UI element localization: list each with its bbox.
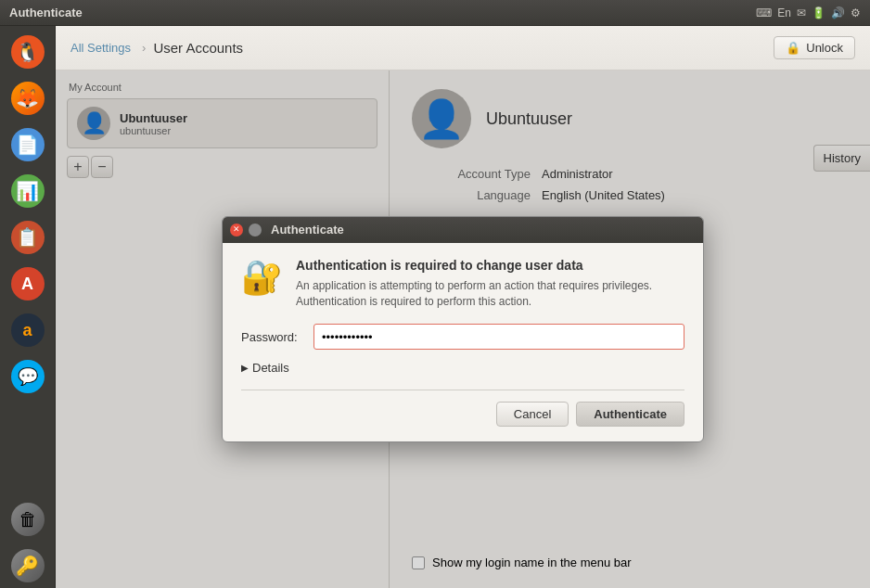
impress-icon: 📋	[11, 221, 45, 254]
trash-icon: 🗑	[11, 503, 45, 536]
password-input[interactable]	[313, 324, 684, 350]
dialog-main-row: 🔐 Authentication is required to change u…	[241, 258, 684, 310]
sidebar-item-skype[interactable]: 💬	[6, 354, 50, 399]
title-bar: Authenticate ⌨ En ✉ 🔋 🔊 ⚙	[0, 0, 870, 26]
details-row[interactable]: ▶ Details	[241, 361, 684, 375]
dialog-overlay: ✕ Authenticate 🔐 Authentication is requi…	[56, 70, 870, 588]
content-area: All Settings › User Accounts 🔒 Unlock My…	[56, 26, 870, 588]
close-icon: ✕	[233, 225, 240, 234]
sidebar: 🐧 🦊 📄 📊 📋 A a 💬 🗑 🔑	[0, 26, 56, 588]
skype-icon: 💬	[11, 360, 45, 393]
details-arrow-icon: ▶	[241, 363, 249, 373]
dialog-titlebar: ✕ Authenticate	[223, 217, 703, 243]
unlock-label: Unlock	[806, 41, 843, 55]
main-layout: 🐧 🦊 📄 📊 📋 A a 💬 🗑 🔑	[0, 26, 870, 588]
firefox-icon: 🦊	[11, 82, 45, 115]
authenticate-button[interactable]: Authenticate	[576, 402, 684, 427]
ubuntu-icon: 🐧	[11, 35, 45, 69]
sidebar-item-firefox[interactable]: 🦊	[6, 76, 50, 121]
sidebar-item-impress[interactable]: 📋	[6, 215, 50, 260]
details-label: Details	[252, 361, 289, 375]
all-settings-link[interactable]: All Settings	[70, 41, 138, 55]
sidebar-item-font[interactable]: A	[6, 262, 50, 306]
system-tray: ⌨ En ✉ 🔋 🔊 ⚙	[756, 6, 861, 19]
sidebar-item-amazon[interactable]: a	[6, 308, 50, 352]
lock-icon: 🔒	[786, 41, 800, 55]
password-row: Password:	[241, 324, 684, 350]
volume-icon: 🔊	[831, 6, 845, 19]
top-bar: All Settings › User Accounts 🔒 Unlock	[56, 26, 870, 70]
dialog-body: 🔐 Authentication is required to change u…	[223, 243, 703, 442]
dialog-buttons: Cancel Authenticate	[241, 390, 684, 427]
cancel-button[interactable]: Cancel	[496, 402, 569, 427]
window-title: Authenticate	[9, 6, 83, 19]
settings-icon: ⚙	[851, 6, 861, 19]
calc-icon: 📊	[11, 174, 45, 208]
dialog-description: An application is attempting to perform …	[296, 278, 684, 310]
page-title: User Accounts	[149, 40, 243, 56]
dialog-minimize-button[interactable]	[249, 224, 262, 236]
dialog-heading: Authentication is required to change use…	[296, 258, 684, 273]
main-content: My Account 👤 Ubuntuuser ubuntuuser + − 👤	[56, 70, 870, 588]
amazon-icon: a	[11, 313, 45, 347]
sidebar-item-trash[interactable]: 🗑	[6, 497, 50, 542]
dialog-close-button[interactable]: ✕	[230, 224, 243, 236]
dialog-key-icon: 🔐	[241, 258, 283, 310]
breadcrumb-separator: ›	[142, 41, 146, 55]
en-lang-icon: En	[777, 6, 791, 19]
keys-icon: 🔑	[11, 549, 45, 582]
password-label: Password:	[241, 330, 306, 344]
documents-icon: 📄	[11, 128, 45, 161]
auth-dialog: ✕ Authenticate 🔐 Authentication is requi…	[222, 216, 704, 443]
dialog-title: Authenticate	[271, 223, 344, 236]
mail-icon: ✉	[797, 6, 806, 19]
keyboard-icon: ⌨	[756, 6, 772, 19]
sidebar-item-calc[interactable]: 📊	[6, 169, 50, 213]
sidebar-item-keys[interactable]: 🔑	[6, 543, 50, 588]
sidebar-item-documents[interactable]: 📄	[6, 122, 50, 167]
battery-icon: 🔋	[812, 6, 825, 19]
sidebar-item-ubuntu[interactable]: 🐧	[6, 30, 50, 74]
font-icon: A	[11, 267, 45, 300]
unlock-button[interactable]: 🔒 Unlock	[774, 36, 855, 59]
dialog-text-block: Authentication is required to change use…	[296, 258, 684, 310]
